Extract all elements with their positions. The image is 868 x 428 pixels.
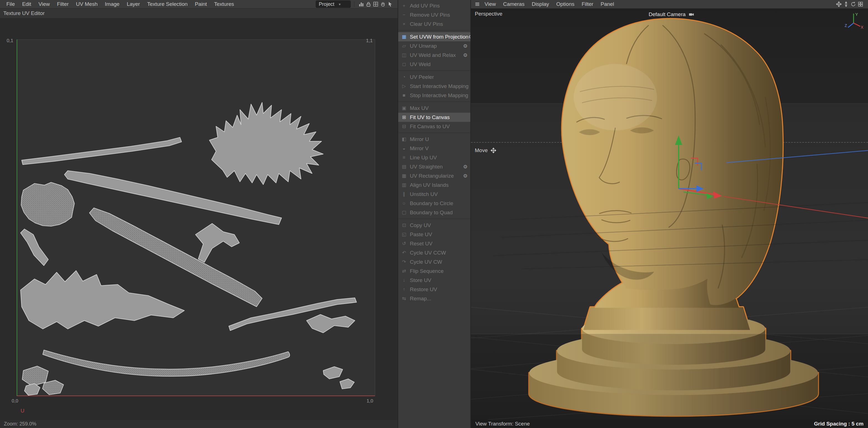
views-toggle-icon[interactable] xyxy=(857,1,864,8)
menu-cameras[interactable]: Cameras xyxy=(499,0,528,8)
menu-view[interactable]: View xyxy=(35,0,53,8)
menu-textures[interactable]: Textures xyxy=(211,0,238,8)
uv-command-uv-weld-and-relax: ◫UV Weld and Relax⚙ xyxy=(398,51,470,60)
line-up-icon: ≡ xyxy=(400,155,408,160)
projection-label[interactable]: Perspective xyxy=(475,11,502,17)
gear-icon[interactable]: ⚙ xyxy=(468,34,470,40)
active-tool-text: Move xyxy=(475,147,488,154)
uv-island[interactable] xyxy=(21,102,356,395)
uv-canvas-area[interactable]: 0,1 1,1 0,0 1,0 U xyxy=(0,18,398,419)
viewport-toolbar-icons xyxy=(835,1,864,8)
projection-label-text: Perspective xyxy=(475,11,502,17)
uv-command-label: Clear UV Pins xyxy=(410,21,443,27)
uv-command-label: Boundary to Circle xyxy=(410,200,453,206)
viewport-menus: ViewCamerasDisplayOptionsFilterPanel xyxy=(481,0,618,8)
uv-command-restore-uv: ↑Restore UV xyxy=(398,285,470,294)
menu-filter[interactable]: Filter xyxy=(53,0,72,8)
scene-canvas[interactable] xyxy=(471,9,868,420)
align-islands-icon: ▥ xyxy=(400,182,408,188)
uv-editor-menubar: FileEditViewFilterUV MeshImageLayerTextu… xyxy=(0,0,398,9)
remap-icon: ⇆ xyxy=(400,296,408,301)
uv-command-set-uvw-from-projection[interactable]: ▦Set UVW from Projection⚙ xyxy=(398,32,470,41)
uv-command-copy-uv: ⊡Copy UV xyxy=(398,221,470,230)
app-window: FileEditViewFilterUV MeshImageLayerTextu… xyxy=(0,0,868,428)
uv-command-label: Store UV xyxy=(410,277,431,284)
unstitch-icon: ∥ xyxy=(400,191,408,197)
gear-icon[interactable]: ⚙ xyxy=(463,43,468,49)
uv-command-add-uv-pins: +Add UV Pins xyxy=(398,1,470,10)
uv-command-label: UV Straighten xyxy=(410,164,443,170)
uv-command-align-uv-islands: ▥Align UV Islands xyxy=(398,180,470,190)
project-dropdown[interactable]: Project ▾ xyxy=(316,1,351,8)
boundary-quad-icon: ▢ xyxy=(400,209,408,216)
chevron-down-icon: ▾ xyxy=(339,2,341,6)
gear-icon[interactable]: ⚙ xyxy=(463,52,468,58)
uv-command-start-interactive-mapping: ▷Start Interactive Mapping xyxy=(398,81,470,91)
menu-image[interactable]: Image xyxy=(101,0,123,8)
projection-icon: ▦ xyxy=(400,34,408,40)
uv-command-label: Unstitch UV xyxy=(410,191,438,197)
remove-pin-icon: − xyxy=(400,12,408,18)
fit-canvas-uv-icon: ⊟ xyxy=(400,124,408,129)
uv-command-line-up-uv: ≡Line Up UV xyxy=(398,153,470,162)
uv-command-label: Remap... xyxy=(410,296,431,302)
panel-menu-icon[interactable] xyxy=(474,1,481,8)
viewport-pane: ViewCamerasDisplayOptionsFilterPanel xyxy=(471,0,868,428)
camera-label[interactable]: Default Camera xyxy=(649,11,695,18)
uv-command-fit-uv-to-canvas[interactable]: ⊞Fit UV to Canvas xyxy=(398,113,470,122)
texture-grid-icon[interactable] xyxy=(372,1,379,8)
gear-icon[interactable]: ⚙ xyxy=(463,173,468,179)
rectangularize-icon: ▦ xyxy=(400,173,408,179)
uv-command-label: Reset UV xyxy=(410,241,432,247)
lock-icon[interactable] xyxy=(365,1,372,8)
menu-filter[interactable]: Filter xyxy=(578,0,597,8)
uv-command-label: UV Peeler xyxy=(410,74,434,80)
uv-command-label: Max UV xyxy=(410,105,429,111)
uv-command-label: Paste UV xyxy=(410,231,432,238)
start-mapping-icon: ▷ xyxy=(400,83,408,89)
menu-paint[interactable]: Paint xyxy=(191,0,211,8)
menu-uv-mesh[interactable]: UV Mesh xyxy=(72,0,101,8)
menu-view[interactable]: View xyxy=(481,0,499,8)
dolly-view-icon[interactable] xyxy=(842,1,850,8)
uv-command-label: Copy UV xyxy=(410,222,431,228)
hand-icon[interactable] xyxy=(379,1,386,8)
uv-command-label: Remove UV Pins xyxy=(410,12,450,18)
uv-command-label: Set UVW from Projection xyxy=(410,34,468,40)
active-tool-label[interactable]: Move xyxy=(475,147,497,154)
menu-panel[interactable]: Panel xyxy=(597,0,618,8)
bust-statue[interactable] xyxy=(529,19,818,416)
uv-command-label: Mirror V xyxy=(410,145,429,152)
boundary-circle-icon: ○ xyxy=(400,201,408,206)
menu-layer[interactable]: Layer xyxy=(123,0,144,8)
rotate-view-icon[interactable] xyxy=(850,1,857,8)
gear-icon[interactable]: ⚙ xyxy=(463,164,468,170)
mirror-v-icon: ◒ xyxy=(400,146,408,151)
uv-command-uv-peeler: ◔UV Peeler xyxy=(398,72,470,81)
camera-cycle-icon[interactable] xyxy=(688,11,695,18)
menu-file[interactable]: File xyxy=(3,0,19,8)
viewport-3d[interactable]: Perspective Default Camera Move Y xyxy=(471,9,868,420)
axis-y-label: Y xyxy=(855,12,858,17)
pan-view-icon[interactable] xyxy=(835,1,842,8)
uv-unit-square[interactable]: 0,1 1,1 0,0 1,0 U xyxy=(17,39,375,396)
command-group-separator xyxy=(399,102,470,102)
mirror-u-icon: ◧ xyxy=(400,136,408,142)
viewport-statusbar: View Transform: Scene Grid Spacing : 5 c… xyxy=(471,420,868,428)
histogram-icon[interactable] xyxy=(358,1,365,8)
uv-command-label: Boundary to Quad xyxy=(410,209,453,216)
copy-uv-icon: ⊡ xyxy=(400,222,408,228)
uv-corner-label-01: 0,1 xyxy=(7,38,13,43)
uv-command-label: UV Unwrap xyxy=(410,43,437,49)
menu-display[interactable]: Display xyxy=(528,0,553,8)
straighten-icon: ▤ xyxy=(400,164,408,170)
uv-commands-list: +Add UV Pins−Remove UV Pins×Clear UV Pin… xyxy=(398,1,470,303)
uv-command-boundary-to-circle: ○Boundary to Circle xyxy=(398,199,470,208)
menu-edit[interactable]: Edit xyxy=(19,0,35,8)
cycle-ccw-icon: ↶ xyxy=(400,250,408,256)
menu-texture-selection[interactable]: Texture Selection xyxy=(144,0,191,8)
uv-islands-canvas[interactable] xyxy=(17,40,375,396)
menu-options[interactable]: Options xyxy=(553,0,578,8)
paste-uv-icon: ◱ xyxy=(400,231,408,237)
cursor-icon[interactable] xyxy=(386,1,394,8)
